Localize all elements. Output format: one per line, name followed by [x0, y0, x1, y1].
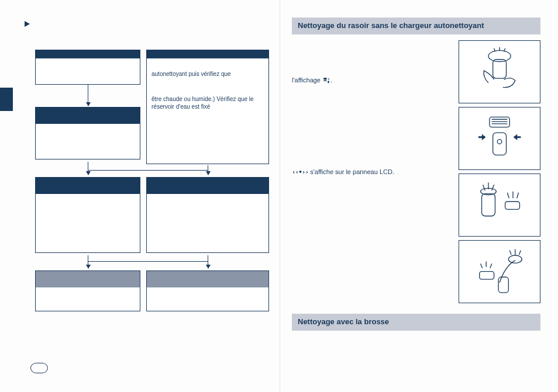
flowchart: autonettoyant puis vérifiez que être cha… [18, 50, 268, 353]
svg-rect-1 [493, 60, 507, 78]
flow-arrow-1-3 [88, 85, 88, 106]
flow-box-5-body [147, 194, 268, 252]
right-text-column: l'affichage . ‹‹•›› s'affiche sur le pan… [292, 40, 453, 303]
illustration-1 [459, 40, 540, 103]
svg-rect-5 [481, 194, 495, 216]
flow-box-7-header [147, 271, 268, 287]
flow-box-1-header [36, 50, 140, 58]
svg-rect-2 [490, 117, 509, 127]
flow-box-6-header [36, 271, 140, 287]
flow-box-7 [146, 270, 269, 311]
flow-box-1 [35, 50, 140, 85]
sonic-vibration-icon: ‹‹•›› [292, 168, 308, 176]
flow-conn-v-left [88, 162, 88, 175]
flow-conn-v-left2 [88, 255, 88, 268]
flow-box-4 [35, 177, 140, 253]
flow-box-1-body [36, 58, 140, 84]
flow-conn-v-right [208, 165, 208, 175]
flow-box-4-header [36, 178, 140, 194]
flow-conn-v-right2 [208, 255, 208, 268]
illustration-2 [459, 107, 540, 170]
flow-box-5 [146, 177, 269, 253]
svg-point-9 [508, 255, 522, 263]
para2-text: s'affiche sur le panneau LCD. [310, 168, 394, 175]
svg-rect-8 [480, 272, 494, 279]
para-sonic-display: ‹‹•›› s'affiche sur le panneau LCD. [292, 168, 453, 176]
para1-prefix: l'affichage [292, 77, 321, 84]
flow-box-6 [35, 270, 140, 311]
flow-box-5-header [147, 178, 268, 194]
illustration-3 [459, 174, 540, 237]
page-number [30, 363, 48, 373]
flow-box-3 [35, 107, 140, 159]
illustration-column [459, 40, 540, 303]
heading-cleaning-without-charger: Nettoyage du rasoir sans le chargeur aut… [292, 18, 540, 34]
flow-box-2-line2: être chaude ou humide.) Vérifiez que le … [151, 95, 264, 110]
flow-conn-h-mid [88, 170, 208, 171]
flow-box-7-body [147, 287, 268, 311]
flow-box-2-line1: autonettoyant puis vérifiez que [151, 70, 264, 78]
tap-icon [322, 75, 330, 86]
svg-point-0 [488, 51, 511, 62]
flow-box-2-body: autonettoyant puis vérifiez que être cha… [147, 58, 268, 164]
heading-cleaning-with-brush: Nettoyage avec la brosse [292, 314, 540, 331]
flow-box-6-body [36, 287, 140, 311]
flow-conn-h-bottom [88, 261, 208, 262]
flow-box-3-body [36, 124, 140, 159]
flow-box-2: autonettoyant puis vérifiez que être cha… [146, 50, 269, 164]
section-marker-triangle [25, 21, 30, 27]
flow-box-2-header [147, 50, 268, 58]
svg-point-4 [497, 140, 502, 144]
svg-rect-10 [498, 277, 508, 293]
illustration-4 [459, 240, 540, 303]
para-tap-display: l'affichage . [292, 75, 453, 86]
flow-box-3-header [36, 107, 140, 124]
flow-box-4-body [36, 194, 140, 252]
svg-rect-7 [505, 202, 520, 209]
language-side-tab [0, 88, 13, 111]
